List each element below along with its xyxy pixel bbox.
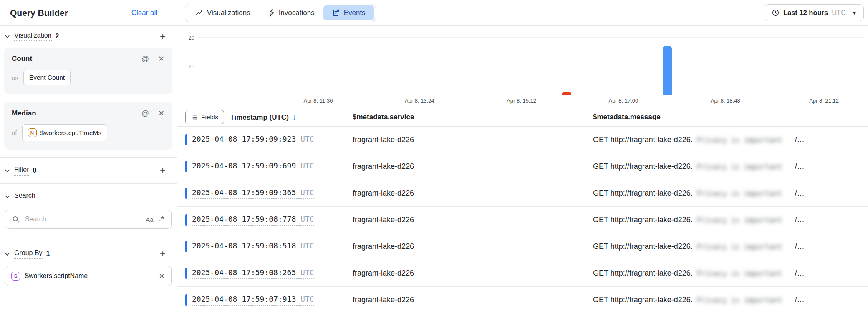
message-cell: GET http://fragrant-lake-d226. Privacy i…: [593, 242, 868, 251]
timestamp-value: 2025-04-08 17:59:08:778: [192, 215, 296, 223]
results-panel: Visualizations Invocations Events Last 1…: [177, 0, 868, 316]
results-toolbar: Visualizations Invocations Events Last 1…: [177, 0, 868, 26]
tab-visualizations[interactable]: Visualizations: [187, 5, 259, 20]
message-prefix: GET http://fragrant-lake-d226.: [593, 135, 693, 144]
table-row[interactable]: 2025-04-08 17:59:08:778 UTC fragrant-lak…: [177, 207, 868, 233]
message-cell: GET http://fragrant-lake-d226. Privacy i…: [593, 135, 868, 144]
message-suffix: /…: [795, 242, 805, 251]
column-header-service: $metadata.service: [353, 113, 593, 121]
timestamp-value: 2025-04-08 17:59:08:518: [192, 241, 296, 250]
regex-icon[interactable]: .*: [159, 215, 164, 223]
event-indicator-bar: [185, 294, 187, 306]
message-redacted-blur: Privacy is important: [697, 163, 791, 171]
add-visualization-button[interactable]: +: [160, 31, 166, 41]
close-icon[interactable]: ✕: [158, 55, 164, 63]
x-axis-tick-label: Apr 8, 15:12: [507, 98, 536, 104]
at-mention-icon[interactable]: @: [141, 55, 149, 63]
timestamp-link[interactable]: 2025-04-08 17:59:08:778 UTC: [192, 215, 314, 226]
table-body: 2025-04-08 17:59:09:923 UTC fragrant-lak…: [177, 127, 868, 313]
x-axis-tick-label: Apr 8, 11:36: [304, 98, 333, 104]
at-mention-icon[interactable]: @: [141, 110, 149, 117]
message-suffix: /…: [795, 216, 805, 224]
timestamp-timezone: UTC: [300, 241, 314, 250]
x-axis-tick-label: Apr 8, 21:12: [809, 98, 839, 104]
field-chip[interactable]: N $workers.cpuTimeMs: [22, 124, 108, 141]
table-row[interactable]: 2025-04-08 17:59:09:923 UTC fragrant-lak…: [177, 127, 868, 153]
column-header-timestamp[interactable]: Timestamp (UTC) ↓: [230, 113, 296, 122]
table-row[interactable]: 2025-04-08 17:59:09:699 UTC fragrant-lak…: [177, 153, 868, 180]
message-prefix: GET http://fragrant-lake-d226.: [593, 296, 693, 304]
sort-desc-icon[interactable]: ↓: [293, 113, 296, 121]
chevron-down-icon[interactable]: [4, 251, 10, 257]
search-section-header: Search: [0, 186, 177, 206]
visualization-count: 2: [56, 33, 59, 40]
add-group-by-button[interactable]: +: [160, 249, 166, 259]
event-indicator-bar: [185, 134, 187, 145]
panel-title: Query Builder: [10, 8, 68, 18]
number-type-icon: N: [28, 128, 37, 137]
visualization-card-median: Median @ ✕ of N $workers.cpuTimeMs: [4, 102, 172, 150]
message-redacted-blur: Privacy is important: [697, 296, 791, 304]
timestamp-link[interactable]: 2025-04-08 17:59:09:365 UTC: [192, 188, 314, 199]
timestamp-link[interactable]: 2025-04-08 17:59:08:265 UTC: [192, 268, 314, 279]
remove-group-by-button[interactable]: ✕: [152, 266, 171, 286]
timestamp-value: 2025-04-08 17:59:08:265: [192, 268, 296, 277]
group-by-section-header: Group By 1 +: [0, 243, 177, 264]
chart-bar[interactable]: [562, 92, 571, 95]
table-row[interactable]: 2025-04-08 17:59:09:365 UTC fragrant-lak…: [177, 180, 868, 207]
query-builder-panel: Query Builder Clear all Visualization 2 …: [0, 0, 177, 316]
service-cell: fragrant-lake-d226: [353, 216, 593, 224]
alias-chip[interactable]: Event Count: [23, 70, 71, 85]
service-cell: fragrant-lake-d226: [353, 296, 593, 304]
time-range-dropdown[interactable]: Last 12 hours UTC ▼: [765, 4, 864, 21]
timestamp-link[interactable]: 2025-04-08 17:59:09:923 UTC: [192, 135, 314, 145]
message-redacted-blur: Privacy is important: [697, 269, 791, 278]
clock-icon: [772, 9, 780, 17]
as-label: as: [12, 74, 18, 81]
table-row[interactable]: 2025-04-08 17:59:08:265 UTC fragrant-lak…: [177, 260, 868, 287]
fields-button-label: Fields: [201, 113, 218, 121]
timestamp-value: 2025-04-08 17:59:09:699: [192, 161, 296, 170]
match-case-icon[interactable]: Aa: [146, 216, 153, 223]
message-prefix: GET http://fragrant-lake-d226.: [593, 162, 693, 171]
card-title: Count: [12, 55, 32, 63]
timestamp-value: 2025-04-08 17:59:07:913: [192, 295, 296, 303]
fields-button[interactable]: Fields: [185, 110, 224, 124]
add-filter-button[interactable]: +: [160, 166, 166, 176]
timestamp-link[interactable]: 2025-04-08 17:59:09:699 UTC: [192, 161, 314, 172]
message-redacted-blur: Privacy is important: [697, 216, 791, 224]
chevron-down-icon[interactable]: [4, 168, 10, 174]
table-row[interactable]: 2025-04-08 17:59:07:913 UTC fragrant-lak…: [177, 287, 868, 313]
tab-events[interactable]: Events: [323, 5, 374, 20]
alias-chip-label: Event Count: [29, 74, 65, 81]
service-cell: fragrant-lake-d226: [353, 135, 593, 144]
timestamp-link[interactable]: 2025-04-08 17:59:08:518 UTC: [192, 241, 314, 252]
y-axis-tick-label: 10: [189, 63, 194, 69]
of-label: of: [12, 129, 17, 136]
tab-label: Events: [344, 9, 366, 17]
timestamp-link[interactable]: 2025-04-08 17:59:07:913 UTC: [192, 295, 314, 306]
chevron-down-icon[interactable]: [4, 193, 10, 200]
message-cell: GET http://fragrant-lake-d226. Privacy i…: [593, 216, 868, 224]
table-row[interactable]: 2025-04-08 17:59:08:518 UTC fragrant-lak…: [177, 233, 868, 260]
chart-plot: 1020Apr 8, 11:36Apr 8, 13:24Apr 8, 15:12…: [198, 29, 865, 95]
search-input[interactable]: [25, 216, 140, 223]
message-redacted-blur: Privacy is important: [697, 136, 791, 144]
message-suffix: /…: [795, 269, 805, 278]
divider: [0, 298, 177, 298]
filter-section-label: Filter: [14, 166, 29, 176]
tab-label: Visualizations: [207, 9, 250, 17]
event-indicator-bar: [185, 188, 187, 199]
close-icon[interactable]: ✕: [158, 110, 164, 117]
clear-all-button[interactable]: Clear all: [131, 9, 157, 17]
time-range-label: Last 12 hours: [783, 9, 828, 17]
tab-invocations[interactable]: Invocations: [259, 5, 323, 20]
list-icon: [191, 114, 198, 120]
service-cell: fragrant-lake-d226: [353, 242, 593, 251]
lightning-icon: [268, 9, 275, 17]
chevron-down-icon[interactable]: [4, 33, 10, 40]
chart-bar[interactable]: [663, 46, 672, 95]
message-suffix: /…: [795, 189, 805, 198]
group-by-chip[interactable]: S $workers.scriptName ✕: [5, 266, 172, 286]
search-icon: [12, 216, 20, 223]
